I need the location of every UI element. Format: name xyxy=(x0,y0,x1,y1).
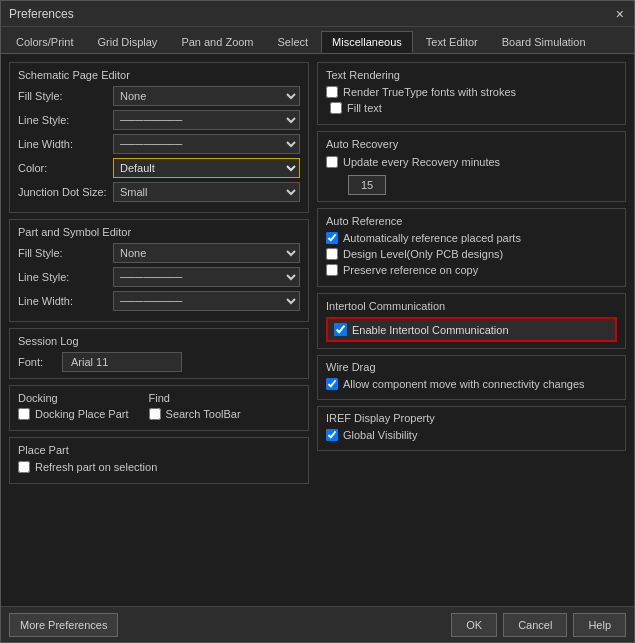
window-title: Preferences xyxy=(9,7,74,21)
refresh-part-row: Refresh part on selection xyxy=(18,461,300,473)
color-row: Color: Default xyxy=(18,158,300,178)
line-style-label: Line Style: xyxy=(18,114,113,126)
update-every-checkbox[interactable] xyxy=(326,156,338,168)
tab-board-simulation[interactable]: Board Simulation xyxy=(491,31,597,53)
part-line-style-label: Line Style: xyxy=(18,271,113,283)
auto-recovery-section: Auto Recovery Update every Recovery minu… xyxy=(317,131,626,202)
part-line-style-row: Line Style: ──────── xyxy=(18,267,300,287)
font-value: Arial 11 xyxy=(71,356,108,368)
update-every-label: Update every xyxy=(343,156,408,168)
line-style-select[interactable]: ──────── xyxy=(113,110,300,130)
intertool-checkbox[interactable] xyxy=(334,323,347,336)
fill-text-checkbox[interactable] xyxy=(330,102,342,114)
allow-component-checkbox[interactable] xyxy=(326,378,338,390)
color-label: Color: xyxy=(18,162,113,174)
junction-dot-select[interactable]: Small xyxy=(113,182,300,202)
fill-style-row: Fill Style: None xyxy=(18,86,300,106)
fill-style-select[interactable]: None xyxy=(113,86,300,106)
part-fill-select[interactable]: None xyxy=(113,243,300,263)
part-fill-row: Fill Style: None xyxy=(18,243,300,263)
design-level-label: Design Level(Only PCB designs) xyxy=(343,248,503,260)
minutes-label: minutes xyxy=(462,156,501,168)
tab-grid-display[interactable]: Grid Display xyxy=(86,31,168,53)
search-toolbar-checkbox[interactable] xyxy=(149,408,161,420)
allow-component-label: Allow component move with connectivity c… xyxy=(343,378,585,390)
wire-drag-title: Wire Drag xyxy=(326,361,617,373)
global-visibility-label: Global Visibility xyxy=(343,429,417,441)
iref-title: IREF Display Property xyxy=(326,412,617,424)
wire-drag-section: Wire Drag Allow component move with conn… xyxy=(317,355,626,400)
session-log-section: Session Log Font: Arial 11 xyxy=(9,328,309,379)
recovery-value-input[interactable]: 15 xyxy=(348,175,386,195)
preferences-window: Preferences × Colors/Print Grid Display … xyxy=(0,0,635,643)
tab-select[interactable]: Select xyxy=(267,31,320,53)
ok-button[interactable]: OK xyxy=(451,613,497,637)
right-panel: Text Rendering Render TrueType fonts wit… xyxy=(317,62,626,598)
render-truetype-label: Render TrueType fonts with strokes xyxy=(343,86,516,98)
global-visibility-checkbox[interactable] xyxy=(326,429,338,441)
cancel-button[interactable]: Cancel xyxy=(503,613,567,637)
refresh-part-label: Refresh part on selection xyxy=(35,461,157,473)
search-toolbar-label: Search ToolBar xyxy=(166,408,241,420)
schematic-section-title: Schematic Page Editor xyxy=(18,69,300,81)
schematic-page-editor-section: Schematic Page Editor Fill Style: None L… xyxy=(9,62,309,213)
intertool-label: Enable Intertool Communication xyxy=(352,324,509,336)
search-toolbar-row: Search ToolBar xyxy=(149,408,241,420)
auto-ref-row: Automatically reference placed parts xyxy=(326,232,617,244)
help-button[interactable]: Help xyxy=(573,613,626,637)
left-panel: Schematic Page Editor Fill Style: None L… xyxy=(9,62,309,598)
part-line-width-row: Line Width: ──────── xyxy=(18,291,300,311)
tab-bar: Colors/Print Grid Display Pan and Zoom S… xyxy=(1,27,634,54)
part-symbol-title: Part and Symbol Editor xyxy=(18,226,300,238)
docking-section: Docking Docking Place Part xyxy=(18,392,129,424)
design-level-checkbox[interactable] xyxy=(326,248,338,260)
docking-find-row: Docking Docking Place Part Find Search T… xyxy=(18,392,300,424)
iref-section: IREF Display Property Global Visibility xyxy=(317,406,626,451)
part-line-width-label: Line Width: xyxy=(18,295,113,307)
fill-text-label: Fill text xyxy=(347,102,382,114)
docking-place-part-row: Docking Place Part xyxy=(18,408,129,420)
tab-pan-zoom[interactable]: Pan and Zoom xyxy=(170,31,264,53)
tab-text-editor[interactable]: Text Editor xyxy=(415,31,489,53)
preserve-ref-label: Preserve reference on copy xyxy=(343,264,478,276)
place-part-title: Place Part xyxy=(18,444,300,456)
intertool-title: Intertool Communication xyxy=(326,300,617,312)
recovery-label: Recovery xyxy=(412,156,458,168)
docking-place-part-label: Docking Place Part xyxy=(35,408,129,420)
render-truetype-checkbox[interactable] xyxy=(326,86,338,98)
color-select[interactable]: Default xyxy=(113,158,300,178)
docking-find-section: Docking Docking Place Part Find Search T… xyxy=(9,385,309,431)
text-rendering-section: Text Rendering Render TrueType fonts wit… xyxy=(317,62,626,125)
tab-colors-print[interactable]: Colors/Print xyxy=(5,31,84,53)
part-line-style-select[interactable]: ──────── xyxy=(113,267,300,287)
junction-dot-row: Junction Dot Size: Small xyxy=(18,182,300,202)
global-visibility-row: Global Visibility xyxy=(326,429,617,441)
auto-ref-label: Automatically reference placed parts xyxy=(343,232,521,244)
refresh-part-checkbox[interactable] xyxy=(18,461,30,473)
line-width-row: Line Width: ──────── xyxy=(18,134,300,154)
text-rendering-title: Text Rendering xyxy=(326,69,617,81)
auto-ref-checkbox[interactable] xyxy=(326,232,338,244)
find-section: Find Search ToolBar xyxy=(149,392,241,424)
find-title: Find xyxy=(149,392,241,404)
docking-title: Docking xyxy=(18,392,129,404)
preserve-ref-checkbox[interactable] xyxy=(326,264,338,276)
auto-recovery-title: Auto Recovery xyxy=(326,138,617,150)
allow-component-row: Allow component move with connectivity c… xyxy=(326,378,617,390)
auto-reference-title: Auto Reference xyxy=(326,215,617,227)
font-row: Font: Arial 11 xyxy=(18,352,300,372)
session-log-title: Session Log xyxy=(18,335,300,347)
docking-place-part-checkbox[interactable] xyxy=(18,408,30,420)
close-button[interactable]: × xyxy=(614,7,626,21)
tab-miscellaneous[interactable]: Miscellaneous xyxy=(321,31,413,53)
part-fill-label: Fill Style: xyxy=(18,247,113,259)
part-line-width-select[interactable]: ──────── xyxy=(113,291,300,311)
title-bar: Preferences × xyxy=(1,1,634,27)
intertool-section: Intertool Communication Enable Intertool… xyxy=(317,293,626,349)
design-level-row: Design Level(Only PCB designs) xyxy=(326,248,617,260)
line-width-select[interactable]: ──────── xyxy=(113,134,300,154)
font-label: Font: xyxy=(18,356,58,368)
footer-left: More Preferences xyxy=(9,613,118,637)
update-every-row: Update every Recovery minutes xyxy=(326,155,617,169)
more-preferences-button[interactable]: More Preferences xyxy=(9,613,118,637)
